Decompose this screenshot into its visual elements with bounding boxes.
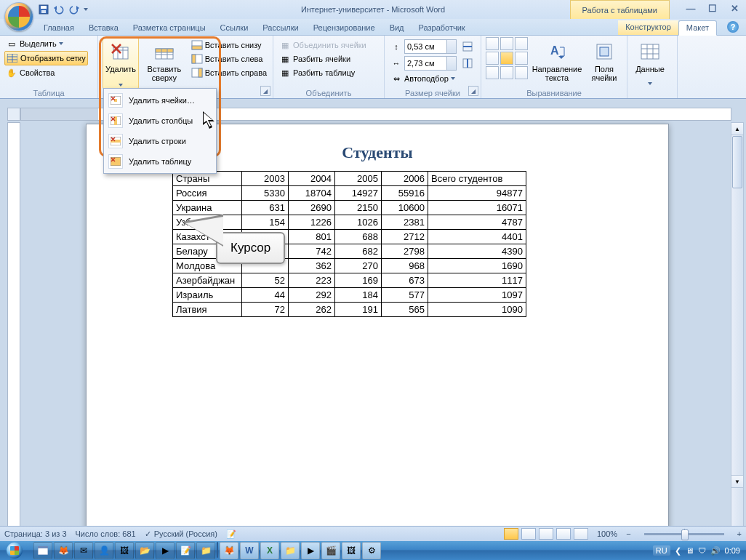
tray-icon[interactable]: ❮: [675, 546, 681, 556]
status-language[interactable]: ✓Русский (Россия): [145, 529, 217, 539]
tab-home[interactable]: Главная: [36, 21, 81, 35]
view-outline[interactable]: [556, 528, 571, 540]
taskbar-app[interactable]: ⚙: [362, 542, 381, 559]
start-button[interactable]: [1, 541, 28, 560]
tab-table-layout[interactable]: Макет: [678, 20, 717, 36]
vertical-scrollbar[interactable]: ▲ ▼: [731, 122, 744, 527]
qat-more-icon[interactable]: [84, 8, 88, 11]
taskbar-app[interactable]: [33, 542, 52, 559]
svg-rect-2: [41, 10, 46, 13]
save-icon[interactable]: [38, 4, 49, 15]
properties-button[interactable]: ✋Свойства: [4, 66, 88, 79]
tray-language[interactable]: RU: [653, 545, 670, 556]
taskbar-app[interactable]: 📝: [176, 542, 195, 559]
taskbar-app[interactable]: 📁: [196, 542, 215, 559]
group-alignment: AНаправление текста Поля ячейки Выравнив…: [481, 36, 627, 98]
delete-button[interactable]: Удалить: [103, 37, 139, 89]
view-full-screen[interactable]: [521, 528, 536, 540]
ruler-corner[interactable]: [7, 108, 20, 121]
cell-margins-button[interactable]: Поля ячейки: [586, 37, 622, 85]
taskbar-app[interactable]: 🎬: [321, 542, 340, 559]
tab-references[interactable]: Ссылки: [213, 21, 256, 35]
insert-left-button[interactable]: Вставить слева: [190, 52, 268, 65]
tab-developer[interactable]: Разработчик: [412, 21, 473, 35]
tray-clock[interactable]: 0:09: [725, 546, 740, 555]
status-page[interactable]: Страница: 3 из 3: [4, 529, 67, 538]
delete-rows-item[interactable]: Удалить строки: [105, 131, 214, 151]
zoom-slider[interactable]: [644, 533, 724, 535]
zoom-level[interactable]: 100%: [597, 529, 617, 538]
insert-above-button[interactable]: Вставить сверху: [142, 37, 187, 85]
data-button[interactable]: Данные: [632, 37, 668, 88]
zoom-thumb[interactable]: [681, 529, 689, 540]
close-button[interactable]: ✕: [727, 2, 742, 14]
zoom-in-button[interactable]: +: [737, 529, 742, 538]
tray-sound-icon[interactable]: 🔊: [710, 546, 721, 556]
status-words[interactable]: Число слов: 681: [76, 529, 136, 538]
taskbar-app[interactable]: ▶: [156, 542, 175, 559]
view-web[interactable]: [539, 528, 553, 540]
scroll-thumb[interactable]: [732, 136, 742, 188]
vertical-ruler[interactable]: [7, 122, 20, 527]
scroll-up-icon[interactable]: ▲: [731, 123, 743, 135]
status-bar: Страница: 3 из 3 Число слов: 681 ✓Русски…: [0, 526, 746, 541]
minimize-button[interactable]: —: [683, 2, 698, 14]
taskbar-app[interactable]: X: [260, 542, 279, 559]
tab-page-layout[interactable]: Разметка страницы: [126, 21, 213, 35]
delete-columns-item[interactable]: Удалить столбцы: [105, 111, 214, 131]
track-changes-icon[interactable]: 📝: [226, 529, 236, 539]
tab-view[interactable]: Вид: [382, 21, 412, 35]
svg-rect-14: [156, 49, 173, 52]
delete-cells-item[interactable]: Удалить ячейки…: [105, 90, 214, 111]
autofit-button[interactable]: ⇔Автоподбор: [389, 72, 475, 85]
taskbar-app[interactable]: 🖼: [115, 542, 134, 559]
group-table: ▭Выделить Отобразить сетку ✋Свойства Таб…: [0, 36, 98, 98]
quick-access-toolbar: [38, 4, 88, 15]
taskbar-app[interactable]: 🦊: [54, 542, 73, 559]
taskbar-app[interactable]: 🦊: [220, 542, 238, 559]
insert-below-button[interactable]: Вставить снизу: [190, 39, 268, 52]
scroll-down-icon[interactable]: ▼: [731, 475, 743, 488]
split-table-button[interactable]: ▦Разбить таблицу: [278, 66, 368, 79]
split-cells-button[interactable]: ▦Разбить ячейки: [278, 52, 368, 65]
delete-table-item[interactable]: Удалить таблицу: [105, 151, 214, 172]
delete-rows-icon: [108, 134, 123, 148]
taskbar-app[interactable]: ▶: [301, 542, 320, 559]
view-print-layout[interactable]: [504, 528, 518, 540]
tab-table-design[interactable]: Конструктор: [618, 20, 678, 35]
group-launcher-icon[interactable]: ◢: [260, 86, 270, 96]
taskbar-app[interactable]: 👤: [95, 542, 113, 559]
delete-menu: Удалить ячейки… Удалить столбцы Удалить …: [103, 88, 217, 174]
taskbar-app[interactable]: 🖼: [342, 542, 361, 559]
data-icon: [638, 40, 662, 63]
tab-insert[interactable]: Вставка: [81, 21, 126, 35]
view-buttons: [504, 528, 588, 540]
taskbar-app[interactable]: 📂: [135, 542, 154, 559]
alignment-grid[interactable]: [486, 37, 528, 79]
taskbar-word[interactable]: W: [240, 542, 259, 559]
tray-icon[interactable]: 🛡: [698, 546, 706, 555]
office-button[interactable]: [4, 2, 33, 31]
ribbon-tabs: Главная Вставка Разметка страницы Ссылки…: [0, 19, 746, 36]
view-gridlines-button[interactable]: Отобразить сетку: [4, 51, 88, 65]
tab-mailings[interactable]: Рассылки: [255, 21, 305, 35]
select-button[interactable]: ▭Выделить: [4, 37, 88, 50]
text-direction-button[interactable]: AНаправление текста: [531, 37, 583, 85]
zoom-out-button[interactable]: −: [626, 529, 630, 538]
redo-icon[interactable]: [68, 4, 80, 15]
undo-icon[interactable]: [53, 4, 65, 15]
col-width-input[interactable]: ↔2,73 см: [389, 55, 475, 71]
view-draft[interactable]: [574, 528, 588, 540]
row-height-input[interactable]: ↕0,53 см: [389, 39, 475, 55]
tray-icon[interactable]: 🖥: [686, 546, 694, 555]
delete-table-icon: [108, 154, 123, 169]
taskbar-app[interactable]: 📁: [281, 542, 300, 559]
tab-review[interactable]: Рецензирование: [306, 21, 382, 35]
insert-right-button[interactable]: Вставить справа: [190, 66, 268, 79]
group-launcher-icon[interactable]: ◢: [468, 86, 478, 96]
help-icon[interactable]: ?: [727, 21, 739, 33]
merge-cells-button: ▦Объединить ячейки: [278, 39, 368, 52]
document-page[interactable]: Студенты Страны2003200420052006Всего сту…: [86, 124, 669, 554]
restore-button[interactable]: ☐: [705, 2, 720, 14]
taskbar-app[interactable]: ✉: [74, 542, 93, 559]
